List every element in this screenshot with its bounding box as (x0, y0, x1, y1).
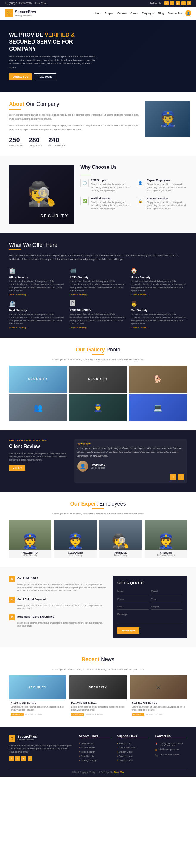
employees-title-highlight: Our Expert (70, 501, 98, 507)
why-item-expert-text: Expert Employees Simply dummy text of th… (147, 179, 187, 192)
logo-name[interactable]: SecurePres (15, 10, 36, 14)
parking-desc: Lorem ipsum dolor sit amet, faibus praes… (70, 313, 126, 325)
faq-question-1[interactable]: 01 Can I Help 24/7? (9, 576, 107, 582)
live-chat[interactable]: Live Chat (35, 2, 46, 5)
why-item-expert: 👤 Expert Employees Simply dummy text of … (136, 179, 187, 192)
footer-google-icon[interactable]: g (22, 756, 26, 761)
footer-support-link-5[interactable]: ›Support Link 5 (117, 759, 149, 762)
news-card-3[interactable]: ⚔ Post Title Will Be Here Lorem ipsum do… (130, 676, 187, 718)
nav-employee[interactable]: Employee (142, 11, 155, 14)
hero-title-highlight: VERIFIED & (45, 32, 75, 38)
house-link[interactable]: Continue Reading... (131, 293, 187, 296)
review-prev-button[interactable]: ‹ (170, 474, 176, 480)
offer-bank: 🏦 Bank Security Lorem ipsum dolor sit am… (9, 301, 65, 329)
news-author-3: ✏ Admin (146, 713, 154, 716)
time-input[interactable] (151, 596, 182, 602)
nav-project[interactable]: Project (104, 11, 114, 14)
cctv-icon: 📹 (70, 268, 126, 274)
nav-contact[interactable]: Contact Us (167, 11, 182, 14)
phone-number[interactable]: 📞 (888) 012345-6789 (5, 2, 32, 5)
news-meta-3: 14 May 2011 ✏ Admin 🏷 News (132, 713, 185, 716)
gallery-item-5[interactable]: 👮 (69, 394, 127, 421)
gallery-title-highlight: Our Gallery (76, 347, 105, 352)
why-verified-title: Verified Service (91, 197, 131, 200)
facebook-icon[interactable]: f (164, 1, 169, 5)
linkedin-icon[interactable]: in (182, 1, 186, 5)
offer-man: 👨 Man Security Lorem ipsum dolor sit ame… (131, 301, 187, 329)
why-support-title: 24/7 Support (91, 179, 131, 182)
submit-quote-button[interactable]: Submit Now (117, 627, 139, 634)
user-icon[interactable]: 👤 (185, 10, 191, 16)
footer-link-cctv[interactable]: ›CCTV Security (79, 746, 111, 749)
news-card-2[interactable]: SECURITY Post Title Will Be Here Lorem i… (69, 676, 126, 718)
nav-about[interactable]: About (130, 11, 138, 14)
news-post-title-1: Post Title Will Be Here (11, 702, 64, 704)
gallery-item-4[interactable]: 👥 (9, 394, 67, 421)
bank-desc: Lorem ipsum dolor sit amet, faibus praes… (9, 313, 65, 326)
man-link[interactable]: Continue Reading... (131, 327, 187, 329)
date-input[interactable] (117, 604, 149, 610)
footer-link-parking[interactable]: ›Parking Security (79, 759, 111, 762)
nav-service[interactable]: Service (117, 11, 127, 14)
faq-question-2[interactable]: 02 Can I Refund Payment (9, 597, 107, 603)
news-title-highlight: Recent (81, 656, 99, 662)
bank-link[interactable]: Continue Reading... (9, 327, 65, 329)
gallery-item-3[interactable]: 🐕 (129, 366, 187, 393)
form-row-date-subject (117, 604, 182, 610)
gallery-img-3: 🐕 (129, 366, 187, 393)
email-input[interactable] (151, 589, 182, 594)
footer-email: ✉ info@securepres.com (155, 748, 187, 751)
top-bar-contact: 📞 (888) 012345-6789 Live Chat (5, 2, 46, 5)
offer-grid: 🏢 Office Security Lorem ipsum dolor sit … (9, 268, 187, 329)
news-author-1: ✏ Admin (25, 713, 33, 716)
office-link[interactable]: Continue Reading... (9, 293, 65, 296)
faq-q-text-1: Can I Help 24/7? (17, 576, 38, 580)
logo: 🛡 SecurePres Security Solutions (5, 9, 36, 17)
news-img-2: SECURITY (69, 676, 126, 699)
news-card-1[interactable]: SECURITY Post Title Will Be Here Lorem i… (9, 676, 66, 718)
footer-link-bank[interactable]: ›Bank Security (79, 755, 111, 757)
message-textarea[interactable] (117, 612, 182, 624)
top-bar: 📞 (888) 012345-6789 Live Chat Follow Us:… (0, 0, 196, 6)
googleplus-icon[interactable]: g (176, 1, 180, 5)
nav-home[interactable]: Home (94, 11, 101, 14)
news-grid: SECURITY Post Title Will Be Here Lorem i… (9, 676, 187, 718)
logo-text-group: SecurePres Security Solutions (15, 10, 36, 16)
phone-input[interactable] (117, 596, 149, 602)
reviewer: 👤 David Max Ceo & Founder (77, 461, 184, 471)
secured-icon: 🔒 (136, 197, 144, 206)
dropdown-icon[interactable]: ▽ (187, 1, 191, 5)
gallery-item-1[interactable]: SECURITY (9, 366, 67, 393)
address-icon: 📍 (155, 743, 158, 745)
employee-name-3: AMBROSE (101, 552, 140, 554)
footer-twitter-icon[interactable]: t (15, 756, 20, 761)
twitter-icon[interactable]: t (170, 1, 174, 5)
footer-link-home[interactable]: ›Home Security (79, 750, 111, 753)
footer-link-office[interactable]: ›Office Security (79, 742, 111, 745)
parking-link[interactable]: Continue Reading... (70, 327, 126, 329)
review-next-button[interactable]: › (178, 474, 184, 480)
gallery-img-6: 💻 (129, 394, 187, 421)
about-desc-1: Lorem ipsum dolor sit amet, consectetur … (9, 113, 139, 121)
contact-us-button[interactable]: CONTACT US (9, 73, 32, 80)
review-go-button[interactable]: Go Here (9, 465, 25, 471)
footer-grid: 🛡 SecurePres Security Solutions Lorem ip… (9, 735, 187, 763)
footer-support-link-4[interactable]: ›Support Link 4 (117, 755, 149, 757)
cctv-link[interactable]: Continue Reading... (70, 293, 126, 296)
why-guard-image: 🕵️ SECURITY (9, 164, 74, 224)
author-icon-3: ✏ (146, 713, 148, 716)
footer-facebook-icon[interactable]: f (9, 756, 14, 761)
gallery-item-6[interactable]: 💻 (129, 394, 187, 421)
faq-question-3[interactable]: 03 How Many Year's Experience (9, 614, 107, 620)
name-input[interactable] (117, 589, 149, 594)
read-more-button[interactable]: READ MORE (34, 73, 56, 80)
gallery-item-2[interactable]: SECURITY (69, 366, 127, 393)
footer-support-link-2[interactable]: ›Help & Info Center (117, 746, 149, 749)
subject-input[interactable] (151, 604, 182, 610)
gallery-description: Lorem ipsum dolor sit amet, consectetur … (9, 358, 187, 361)
footer-support-link-1[interactable]: ›Support Link 1 (117, 742, 149, 745)
footer-support-link-3[interactable]: ›Support Link 3 (117, 750, 149, 753)
footer-linkedin-icon[interactable]: in (28, 756, 32, 761)
form-row-name-email (117, 589, 182, 594)
nav-blog[interactable]: Blog (158, 11, 164, 14)
